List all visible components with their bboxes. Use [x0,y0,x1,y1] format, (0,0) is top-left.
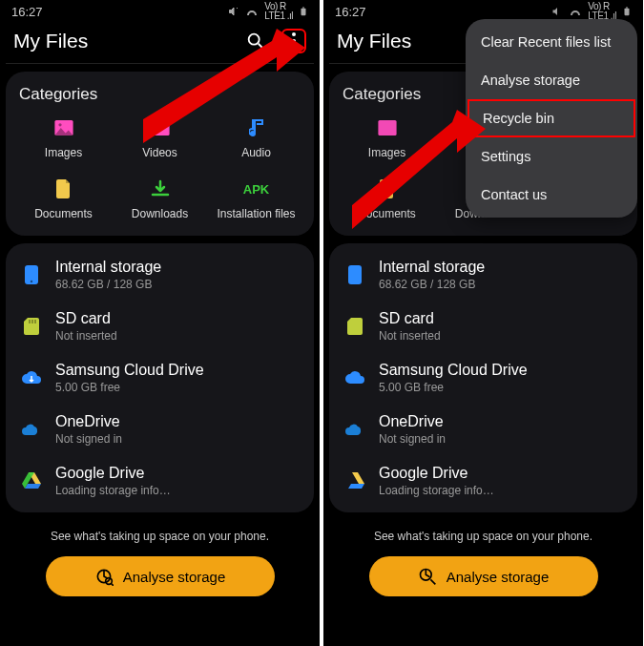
category-label: Documents [358,207,416,220]
svg-rect-15 [31,320,33,323]
storage-onedrive[interactable]: OneDriveNot signed in [6,404,314,455]
storage-internal[interactable]: Internal storage68.62 GB / 128 GB [329,249,637,301]
storage-name: Google Drive [379,465,494,482]
svg-line-3 [259,44,264,50]
storage-name: SD card [379,310,441,327]
categories-title: Categories [19,85,301,104]
storage-google-drive[interactable]: Google DriveLoading storage info… [6,455,314,507]
cloud-icon [344,367,365,388]
menu-recycle-bin[interactable]: Recycle bin [467,99,635,137]
audio-icon [246,117,267,138]
storage-sdcard[interactable]: SD cardNot inserted [329,301,637,352]
category-label: Installation files [217,207,295,220]
status-icons: Vo) R LTE1 .ıl [551,2,632,21]
storage-samsung-cloud[interactable]: Samsung Cloud Drive5.00 GB free [6,352,314,404]
storage-name: SD card [55,310,117,327]
document-icon [377,178,398,199]
menu-clear-recent[interactable]: Clear Recent files list [466,23,637,61]
category-images[interactable]: Images [15,117,112,159]
svg-rect-29 [348,265,362,284]
search-icon[interactable] [243,29,268,53]
svg-point-6 [292,46,296,50]
svg-rect-24 [626,7,628,8]
category-label: Images [45,146,82,159]
svg-marker-19 [25,484,41,489]
hint-text: See what's taking up space on your phone… [323,530,643,543]
page-title: My Files [13,30,88,52]
phone-screen-left: 16:27 Vo) R LTE1 .ıl My Files Categories… [0,0,320,646]
document-icon [53,178,74,199]
download-icon [150,178,171,199]
category-images[interactable]: Images [339,117,435,159]
analyse-storage-button[interactable]: Analyse storage [369,556,598,596]
storage-sub: Not inserted [379,329,441,343]
google-drive-icon [21,470,42,491]
status-bar: 16:27 Vo) R LTE1 .ıl [0,0,320,23]
status-time: 16:27 [11,5,43,19]
storage-name: OneDrive [55,413,122,430]
analyse-label: Analyse storage [447,569,550,585]
phone-screen-right: 16:27 Vo) R LTE1 .ıl My Files Categories… [323,0,643,646]
storage-name: Samsung Cloud Drive [379,362,528,379]
storage-sub: 68.62 GB / 128 GB [55,278,161,291]
svg-point-4 [292,32,296,36]
svg-point-11 [250,131,256,136]
image-icon [53,117,74,138]
storage-google-drive[interactable]: Google DriveLoading storage info… [329,455,637,507]
image-icon [377,117,398,138]
category-audio[interactable]: Audio [208,117,304,159]
storage-sub: 5.00 GB free [379,381,528,394]
storage-onedrive[interactable]: OneDriveNot signed in [329,404,637,455]
onedrive-icon [344,419,365,440]
svg-rect-14 [29,320,31,323]
category-downloads[interactable]: Downloads [112,178,208,220]
storage-name: Internal storage [379,259,485,276]
storage-sub: Not inserted [55,329,117,343]
storage-name: OneDrive [379,413,446,430]
storage-internal[interactable]: Internal storage68.62 GB / 128 GB [6,249,314,301]
divider [6,63,314,64]
sdcard-icon [21,316,42,337]
categories-card: Categories Images Videos Audio Documents… [6,72,314,236]
menu-settings[interactable]: Settings [466,137,637,176]
storage-sdcard[interactable]: SD cardNot inserted [6,301,314,352]
svg-line-21 [111,584,114,587]
menu-analyse-storage[interactable]: Analyse storage [466,61,637,99]
storage-sub: Not signed in [55,432,122,446]
video-icon [150,117,171,138]
category-label: Videos [142,146,177,159]
page-title: My Files [337,30,411,52]
phone-icon [21,264,42,285]
phone-icon [344,264,365,285]
storage-card: Internal storage68.62 GB / 128 GB SD car… [329,243,637,512]
storage-name: Internal storage [55,259,161,276]
svg-rect-23 [625,9,630,16]
svg-line-33 [430,579,435,584]
storage-sub: Not signed in [379,432,446,446]
category-documents[interactable]: Documents [15,178,112,220]
storage-sub: 68.62 GB / 128 GB [379,278,485,291]
svg-point-2 [249,34,260,45]
storage-name: Google Drive [55,465,171,482]
cloud-icon [21,367,42,388]
category-documents[interactable]: Documents [339,178,435,220]
storage-samsung-cloud[interactable]: Samsung Cloud Drive5.00 GB free [329,352,637,404]
storage-card: Internal storage68.62 GB / 128 GB SD car… [6,243,314,512]
storage-sub: Loading storage info… [379,484,494,497]
analyse-icon [418,567,437,586]
storage-sub: 5.00 GB free [55,381,204,394]
category-videos[interactable]: Videos [112,117,208,159]
svg-rect-25 [378,120,396,135]
svg-rect-0 [301,9,306,16]
onedrive-icon [21,419,42,440]
category-label: Documents [34,207,93,220]
apk-icon: APK [246,178,267,199]
overflow-menu: Clear Recent files list Analyse storage … [466,19,637,218]
hint-text: See what's taking up space on your phone… [0,530,320,543]
analyse-storage-button[interactable]: Analyse storage [46,556,275,596]
menu-contact-us[interactable]: Contact us [466,176,637,214]
svg-rect-16 [34,320,36,323]
category-installation-files[interactable]: APK Installation files [208,178,304,220]
storage-name: Samsung Cloud Drive [55,362,204,379]
more-icon[interactable] [281,29,306,53]
